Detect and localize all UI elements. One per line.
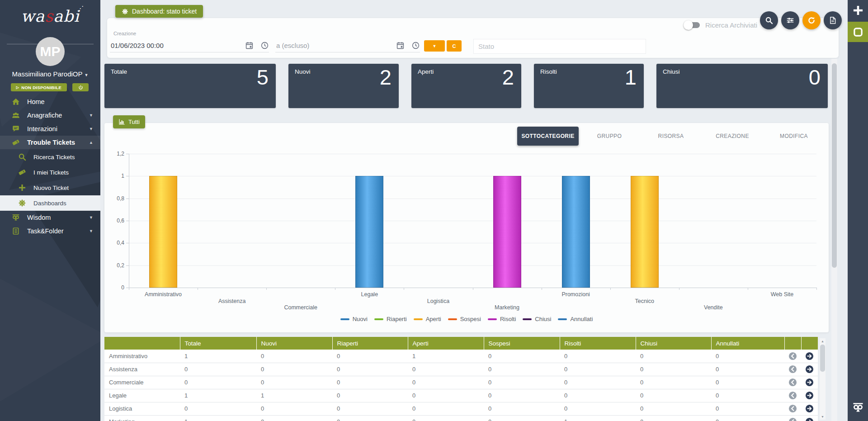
legend-item-risolti[interactable]: Risolti [488, 316, 516, 322]
tutti-button[interactable]: Tutti [113, 115, 145, 128]
clock-icon[interactable] [260, 41, 269, 50]
date-dropdown-button[interactable]: ▼ [424, 40, 445, 52]
circle-arrow-left-icon [788, 417, 797, 421]
logo-accent: s [45, 7, 53, 25]
clear-button[interactable]: C [447, 40, 462, 52]
avatar[interactable]: MP [36, 37, 65, 66]
x-axis-label: Promozioni [542, 291, 610, 298]
column-header-annullati[interactable]: Annullati [711, 337, 784, 350]
column-header-risolti[interactable]: Risolti [560, 337, 636, 350]
bar-promozioni-nuovi [562, 176, 590, 288]
sidebar: wasabi MP Massimiliano ParodiOP▼ ▷NON DI… [0, 0, 100, 421]
stato-input[interactable] [473, 39, 646, 54]
column-header-actions [784, 337, 801, 350]
tasks-icon [12, 227, 20, 235]
sidebar-item-task-folder[interactable]: Task&Folder▼ [0, 224, 100, 238]
calendar-icon[interactable] [245, 41, 254, 50]
legend-item-aperti[interactable]: Aperti [414, 316, 441, 322]
dashboard-tab[interactable]: Dashboard: stato ticket [115, 5, 203, 18]
circle-arrow-right-button[interactable] [801, 415, 818, 421]
row-value: 1 [180, 350, 256, 363]
sidebar-item-dashboards[interactable]: Dashboards [0, 195, 100, 211]
owl-icon[interactable] [848, 397, 868, 417]
sidebar-item-label: Nuovo Ticket [33, 184, 69, 191]
x-tick [748, 288, 748, 290]
chevron-down-icon: ▼ [89, 215, 93, 220]
circle-arrow-right-icon [805, 352, 814, 360]
y-axis-label: 1 [106, 173, 124, 179]
x-axis-label: Assistenza [198, 298, 266, 304]
user-menu[interactable]: Massimiliano ParodiOP▼ [0, 70, 100, 78]
row-value: 0 [332, 402, 408, 415]
column-header-sospesi[interactable]: Sospesi [484, 337, 560, 350]
sidebar-item-label: Trouble Tickets [27, 139, 75, 146]
sidebar-item-ricerca-tickets[interactable]: Ricerca Tickets [0, 149, 100, 165]
circle-arrow-right-button[interactable] [801, 389, 818, 402]
table-scrollbar[interactable]: ▲ ▼ [820, 338, 826, 420]
date-to-field[interactable]: a (escluso) [275, 39, 420, 52]
circle-arrow-right-button[interactable] [801, 363, 818, 376]
clock-icon[interactable] [411, 41, 420, 50]
stat-card-nuovi: Nuovi2 [288, 64, 399, 108]
column-header-riaperti[interactable]: Riaperti [332, 337, 408, 350]
column-header-aperti[interactable]: Aperti [408, 337, 484, 350]
circle-arrow-right-button[interactable] [801, 350, 818, 363]
chevron-down-icon: ▼ [433, 44, 437, 48]
sidebar-item-nuovo-ticket[interactable]: Nuovo Ticket [0, 180, 100, 195]
column-header-category[interactable] [104, 337, 180, 350]
x-tick [335, 288, 335, 290]
circle-arrow-right-button[interactable] [801, 402, 818, 415]
legend-item-riaperti[interactable]: Riaperti [374, 316, 407, 322]
refresh-button[interactable] [802, 11, 821, 29]
legend-item-annullati[interactable]: Annullati [558, 316, 593, 322]
search-button[interactable] [760, 11, 778, 29]
date-from-field[interactable]: 01/06/2023 00:00 [110, 39, 269, 52]
legend-item-sospesi[interactable]: Sospesi [448, 316, 481, 322]
circle-arrow-left-button[interactable] [784, 363, 801, 376]
circle-arrow-right-button[interactable] [801, 376, 818, 389]
circle-arrow-left-button[interactable] [784, 389, 801, 402]
sidebar-item-i-miei-tickets[interactable]: I miei Tickets [0, 165, 100, 180]
power-icon [78, 85, 83, 90]
circle-arrow-left-button[interactable] [784, 402, 801, 415]
square-button[interactable] [848, 22, 868, 42]
ricerca-archiviati-toggle[interactable] [685, 22, 700, 28]
availability-button[interactable]: ▷NON DISPONIBILE [11, 83, 67, 91]
gridline [129, 265, 816, 266]
x-tick [816, 288, 817, 290]
legend-item-nuovi[interactable]: Nuovi [340, 316, 368, 322]
legend-marker [340, 318, 349, 320]
column-header-chiusi[interactable]: Chiusi [636, 337, 711, 350]
page-scrollbar[interactable] [831, 59, 837, 421]
column-header-totale[interactable]: Totale [180, 337, 256, 350]
circle-arrow-left-button[interactable] [784, 415, 801, 421]
column-header-nuovi[interactable]: Nuovi [256, 337, 332, 350]
x-tick [610, 288, 611, 290]
scroll-up-icon[interactable]: ▲ [820, 338, 826, 344]
add-button[interactable] [848, 0, 868, 20]
row-value: 0 [332, 389, 408, 402]
page-scrollbar-thumb[interactable] [832, 63, 837, 268]
row-category: Legale [104, 389, 180, 402]
chevron-down-icon: ▼ [89, 113, 93, 118]
row-value: 0 [636, 402, 711, 415]
calendar-icon[interactable] [396, 41, 405, 50]
stat-value: 2 [380, 66, 392, 89]
sidebar-item-wisdom[interactable]: Wisdom▼ [0, 211, 100, 224]
table-scrollbar-thumb[interactable] [820, 345, 825, 372]
legend-item-chiusi[interactable]: Chiusi [523, 316, 551, 322]
legend-label: Annullati [570, 316, 593, 322]
bar-amministrativo-aperti [149, 176, 177, 288]
sidebar-item-home[interactable]: Home [0, 95, 100, 109]
report-button[interactable] [824, 11, 842, 29]
power-button[interactable] [72, 83, 89, 91]
sidebar-item-interazioni[interactable]: Interazioni▼ [0, 122, 100, 136]
circle-arrow-left-button[interactable] [784, 376, 801, 389]
scroll-down-icon[interactable]: ▼ [820, 414, 826, 420]
sidebar-item-anagrafiche[interactable]: Anagrafiche▼ [0, 109, 100, 122]
filters-button[interactable] [781, 11, 799, 29]
circle-arrow-left-icon [788, 404, 797, 413]
sidebar-item-trouble-tickets[interactable]: Trouble Tickets▲ [0, 136, 100, 149]
circle-arrow-left-button[interactable] [784, 350, 801, 363]
row-value: 1 [180, 415, 256, 421]
